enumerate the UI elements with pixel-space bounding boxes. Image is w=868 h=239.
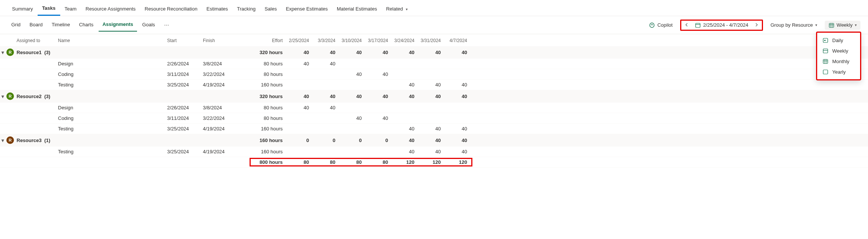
- dropdown-item-daily[interactable]: Daily: [817, 35, 860, 45]
- task-row[interactable]: Design 2/26/2024 3/8/2024 80 hours 4040: [0, 103, 868, 113]
- task-row[interactable]: Design 2/26/2024 3/8/2024 80 hours 4040: [0, 59, 868, 69]
- col-date[interactable]: 3/31/2024: [417, 38, 444, 43]
- grid-cell[interactable]: 40: [312, 61, 338, 67]
- grid-cell[interactable]: 40: [365, 115, 391, 121]
- grid-cell[interactable]: 120: [417, 159, 444, 165]
- grid-cell[interactable]: 40: [312, 94, 338, 99]
- grid-cell[interactable]: 40: [365, 94, 391, 99]
- grid-cell[interactable]: 120: [444, 159, 470, 165]
- col-date[interactable]: 3/3/2024: [312, 38, 338, 43]
- tab-team[interactable]: Team: [60, 3, 81, 15]
- grid-cell[interactable]: 40: [338, 94, 365, 99]
- col-date[interactable]: 3/10/2024: [338, 38, 365, 43]
- grid-cell[interactable]: 40: [444, 126, 470, 132]
- tab-estimates[interactable]: Estimates: [202, 3, 232, 15]
- grid-cell[interactable]: 40: [365, 50, 391, 55]
- subtab-timeline[interactable]: Timeline: [48, 19, 74, 31]
- grid-cell[interactable]: 40: [417, 94, 444, 99]
- date-prev-button[interactable]: [682, 21, 692, 29]
- grid-cell[interactable]: 40: [286, 50, 312, 55]
- subtab-more[interactable]: ⋯: [160, 19, 174, 31]
- grid-cell[interactable]: 0: [312, 138, 338, 143]
- grid-cell[interactable]: 40: [444, 149, 470, 154]
- subtab-board[interactable]: Board: [26, 19, 47, 31]
- grid-cell[interactable]: 40: [444, 82, 470, 88]
- grid-cell[interactable]: 40: [391, 94, 417, 99]
- tab-sales[interactable]: Sales: [260, 3, 282, 15]
- subtab-assignments[interactable]: Assignments: [99, 18, 137, 32]
- grid-cell[interactable]: 40: [444, 50, 470, 55]
- grid-cell[interactable]: 40: [391, 138, 417, 143]
- grid-cell[interactable]: 0: [365, 138, 391, 143]
- task-row[interactable]: Coding 3/11/2024 3/22/2024 80 hours 4040: [0, 69, 868, 80]
- col-date[interactable]: 2/25/2024: [286, 38, 312, 43]
- col-date[interactable]: 4/7/2024: [444, 38, 470, 43]
- group-row[interactable]: ▾ R Resource2 (3) 320 hours 404040404040…: [0, 90, 868, 103]
- grid-cell[interactable]: 40: [338, 50, 365, 55]
- date-range-button[interactable]: 2/25/2024 - 4/7/2024: [692, 21, 751, 30]
- task-start: 3/25/2024: [167, 149, 203, 154]
- copilot-button[interactable]: Copilot: [645, 21, 676, 30]
- subtab-grid[interactable]: Grid: [8, 19, 24, 31]
- col-effort[interactable]: Effort: [252, 38, 286, 43]
- grid-cell[interactable]: 40: [365, 71, 391, 77]
- grid-cell[interactable]: 40: [417, 138, 444, 143]
- grid-cell[interactable]: 40: [444, 94, 470, 99]
- grid-cell[interactable]: 40: [417, 50, 444, 55]
- grid-cell[interactable]: 40: [391, 126, 417, 132]
- timescale-button[interactable]: Weekly ▾: [825, 21, 860, 30]
- expand-icon[interactable]: ▾: [2, 138, 4, 143]
- subtab-goals[interactable]: Goals: [139, 19, 159, 31]
- grid-cell[interactable]: 40: [286, 94, 312, 99]
- grid-cell[interactable]: 80: [312, 159, 338, 165]
- grid-cell[interactable]: 120: [391, 159, 417, 165]
- col-start[interactable]: Start: [167, 38, 203, 43]
- dropdown-item-monthly[interactable]: Monthly: [817, 56, 860, 67]
- group-row[interactable]: ▾ R Resource1 (3) 320 hours 404040404040…: [0, 46, 868, 59]
- calendar-week-icon: [822, 48, 828, 54]
- col-name[interactable]: Name: [58, 38, 167, 43]
- date-next-button[interactable]: [751, 21, 761, 29]
- group-by-button[interactable]: Group by Resource ▾: [767, 21, 821, 29]
- grid-cell[interactable]: 40: [312, 105, 338, 110]
- dropdown-item-weekly[interactable]: Weekly: [817, 45, 860, 56]
- grid-cell[interactable]: 80: [286, 159, 312, 165]
- task-row[interactable]: Coding 3/11/2024 3/22/2024 80 hours 4040: [0, 113, 868, 124]
- grid-cell[interactable]: 80: [365, 159, 391, 165]
- grid-cell[interactable]: 40: [391, 50, 417, 55]
- col-date[interactable]: 3/17/2024: [365, 38, 391, 43]
- grid-cell[interactable]: 80: [338, 159, 365, 165]
- tab-expense-estimates[interactable]: Expense Estimates: [281, 3, 332, 15]
- tab-resource-assignments[interactable]: Resource Assignments: [81, 3, 140, 15]
- grid-cell[interactable]: 40: [417, 149, 444, 154]
- dropdown-item-yearly[interactable]: Yearly: [817, 67, 860, 77]
- tab-tasks[interactable]: Tasks: [38, 2, 60, 16]
- grid-cell[interactable]: 40: [286, 61, 312, 67]
- subtab-charts[interactable]: Charts: [75, 19, 97, 31]
- tab-related[interactable]: Related ▾: [382, 3, 412, 15]
- grid-cell[interactable]: 40: [312, 50, 338, 55]
- grid-cell[interactable]: 40: [391, 149, 417, 154]
- group-row[interactable]: ▾ R Resource3 (1) 160 hours 0000404040: [0, 134, 868, 147]
- grid-cell[interactable]: 40: [391, 82, 417, 88]
- tab-resource-reconciliation[interactable]: Resource Reconciliation: [140, 3, 202, 15]
- expand-icon[interactable]: ▾: [2, 94, 4, 99]
- task-row[interactable]: Testing 3/25/2024 4/19/2024 160 hours 40…: [0, 147, 868, 157]
- col-assigned[interactable]: Assigned to: [17, 38, 58, 43]
- grid-cell[interactable]: 40: [286, 105, 312, 110]
- grid-cell[interactable]: 40: [338, 115, 365, 121]
- tab-summary[interactable]: Summary: [8, 3, 38, 15]
- col-date[interactable]: 3/24/2024: [391, 38, 417, 43]
- grid-cell[interactable]: 0: [286, 138, 312, 143]
- grid-cell[interactable]: 0: [338, 138, 365, 143]
- tab-material-estimates[interactable]: Material Estimates: [332, 3, 382, 15]
- tab-tracking[interactable]: Tracking: [233, 3, 260, 15]
- grid-cell[interactable]: 40: [417, 126, 444, 132]
- grid-cell[interactable]: 40: [417, 82, 444, 88]
- expand-icon[interactable]: ▾: [2, 50, 4, 55]
- col-finish[interactable]: Finish: [203, 38, 252, 43]
- grid-cell[interactable]: 40: [444, 138, 470, 143]
- task-row[interactable]: Testing 3/25/2024 4/19/2024 160 hours 40…: [0, 124, 868, 134]
- task-row[interactable]: Testing 3/25/2024 4/19/2024 160 hours 40…: [0, 80, 868, 90]
- grid-cell[interactable]: 40: [338, 71, 365, 77]
